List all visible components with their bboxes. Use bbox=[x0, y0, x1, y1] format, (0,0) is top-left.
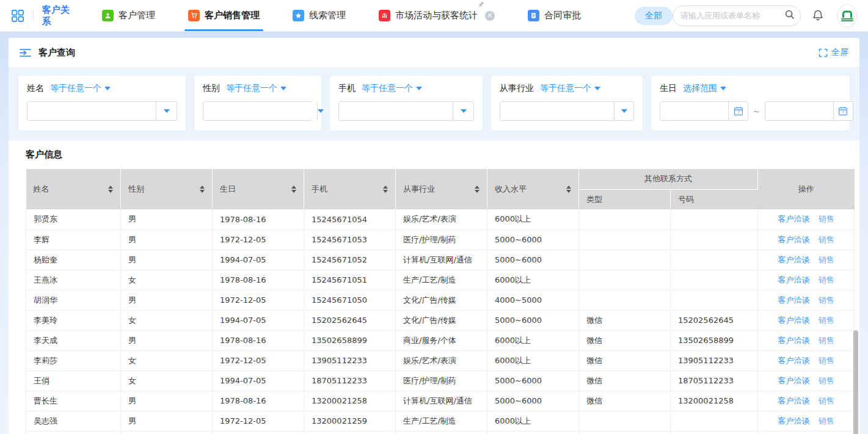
select-dropdown-button[interactable] bbox=[156, 102, 177, 120]
customer-negotiation-link[interactable]: 客户洽谈 bbox=[778, 295, 810, 305]
sales-link[interactable]: 销售 bbox=[819, 336, 834, 345]
sales-link[interactable]: 销售 bbox=[819, 295, 834, 305]
operator-dropdown[interactable]: 等于任意一个 bbox=[362, 83, 422, 94]
select-dropdown-button[interactable] bbox=[614, 102, 633, 120]
operator-dropdown[interactable]: 选择范围 bbox=[683, 83, 726, 94]
sales-link[interactable]: 销售 bbox=[819, 214, 834, 223]
table-row: 吴志强男1972-12-0513200021259生产/工艺/制造6000以上客… bbox=[26, 411, 855, 431]
vertical-scrollbar[interactable] bbox=[853, 330, 858, 434]
column-header-industry[interactable]: 从事行业 bbox=[396, 169, 487, 209]
leads-app-icon bbox=[293, 10, 304, 21]
cell-birthday: 1972-12-05 bbox=[213, 230, 304, 250]
workspace-name[interactable]: 客户关系 bbox=[42, 4, 73, 27]
column-header-contact-number: 号码 bbox=[671, 189, 758, 209]
customer-negotiation-link[interactable]: 客户洽谈 bbox=[778, 235, 810, 244]
gender-filter-input[interactable] bbox=[203, 102, 317, 120]
filter-label: 从事行业 bbox=[500, 83, 534, 94]
cell-phone: 15245671052 bbox=[304, 250, 396, 270]
tab-customer-sales-management[interactable]: 客户销售管理 bbox=[182, 0, 266, 31]
app-search[interactable] bbox=[673, 5, 801, 26]
sales-link[interactable]: 销售 bbox=[819, 235, 834, 244]
cell-income: 6000以上 bbox=[487, 330, 579, 350]
sales-link[interactable]: 销售 bbox=[819, 316, 834, 325]
notification-bell-icon[interactable] bbox=[812, 9, 824, 22]
select-dropdown-button[interactable] bbox=[453, 102, 473, 120]
main-panel: 客户查询 全屏 姓名 等于任意一个 性别 bbox=[9, 38, 859, 434]
close-icon[interactable]: ✕ bbox=[485, 11, 495, 21]
contract-app-icon bbox=[528, 10, 539, 21]
cell-industry: 文化/广告/传媒 bbox=[396, 431, 487, 434]
calendar-icon[interactable]: 7 bbox=[833, 102, 853, 120]
sales-link[interactable]: 销售 bbox=[819, 356, 834, 365]
cell-gender: 男 bbox=[121, 209, 213, 230]
cell-actions: 客户洽谈销售 bbox=[758, 290, 855, 310]
select-dropdown-button[interactable] bbox=[317, 102, 324, 120]
column-header-name[interactable]: 姓名 bbox=[26, 169, 121, 209]
gender-filter-select[interactable] bbox=[203, 101, 313, 121]
sort-icon[interactable] bbox=[566, 186, 571, 193]
cell-income: 6000以上 bbox=[487, 270, 579, 290]
calendar-icon[interactable]: 7 bbox=[728, 102, 748, 120]
filter-label: 姓名 bbox=[27, 83, 44, 94]
sales-link[interactable]: 销售 bbox=[819, 416, 834, 425]
operator-dropdown[interactable]: 等于任意一个 bbox=[226, 83, 286, 94]
cell-gender: 男 bbox=[121, 230, 213, 250]
cell-contact-type: 微信 bbox=[579, 350, 671, 371]
column-header-gender[interactable]: 性别 bbox=[121, 169, 213, 209]
cell-income: 6000以上 bbox=[487, 350, 579, 371]
customer-negotiation-link[interactable]: 客户洽谈 bbox=[778, 214, 810, 223]
user-avatar[interactable] bbox=[837, 4, 857, 27]
customer-negotiation-link[interactable]: 客户洽谈 bbox=[778, 396, 810, 405]
sort-icon[interactable] bbox=[475, 186, 480, 193]
customer-negotiation-link[interactable]: 客户洽谈 bbox=[778, 356, 810, 365]
tab-marketing-statistics[interactable]: 市场活动与获客统计 ✕ bbox=[373, 0, 501, 31]
search-input[interactable] bbox=[680, 11, 784, 20]
birthday-end-input[interactable] bbox=[765, 102, 833, 120]
customer-negotiation-link[interactable]: 客户洽谈 bbox=[778, 275, 810, 284]
pin-icon[interactable] bbox=[476, 1, 485, 12]
search-icon[interactable] bbox=[784, 9, 795, 22]
column-header-income[interactable]: 收入水平 bbox=[487, 169, 579, 209]
industry-filter-input[interactable] bbox=[500, 102, 614, 120]
cell-income: 5000~6000 bbox=[487, 310, 579, 330]
phone-filter-input[interactable] bbox=[339, 102, 453, 120]
sales-link[interactable]: 销售 bbox=[819, 255, 834, 264]
tab-customer-management[interactable]: 客户管理 bbox=[96, 0, 161, 31]
cell-income: 6000以上 bbox=[487, 411, 579, 431]
industry-filter-select[interactable] bbox=[500, 101, 634, 121]
customer-negotiation-link[interactable]: 客户洽谈 bbox=[778, 416, 810, 425]
birthday-end-date[interactable]: 7 bbox=[765, 101, 853, 121]
birthday-start-date[interactable]: 7 bbox=[660, 101, 748, 121]
tab-leads-management[interactable]: 线索管理 bbox=[286, 0, 352, 31]
name-filter-input[interactable] bbox=[27, 102, 156, 120]
cell-income: 5000~6000 bbox=[487, 250, 579, 270]
sales-link[interactable]: 销售 bbox=[819, 275, 834, 284]
customer-negotiation-link[interactable]: 客户洽谈 bbox=[778, 255, 810, 264]
birthday-start-input[interactable] bbox=[660, 102, 728, 120]
operator-dropdown[interactable]: 等于任意一个 bbox=[50, 83, 111, 94]
sort-icon[interactable] bbox=[108, 186, 113, 193]
phone-filter-select[interactable] bbox=[338, 101, 474, 121]
sales-link[interactable]: 销售 bbox=[819, 376, 834, 385]
column-header-phone[interactable]: 手机 bbox=[304, 169, 396, 209]
cell-contact-type: 微信 bbox=[579, 371, 671, 391]
sort-icon[interactable] bbox=[200, 186, 205, 193]
collapse-menu-icon[interactable] bbox=[20, 48, 31, 57]
app-grid-icon[interactable] bbox=[11, 9, 24, 23]
fullscreen-button[interactable]: 全屏 bbox=[819, 47, 848, 58]
cell-contact-type bbox=[579, 431, 671, 434]
operator-dropdown[interactable]: 等于任意一个 bbox=[540, 83, 600, 94]
all-apps-button[interactable]: 全部 bbox=[635, 7, 673, 25]
customer-negotiation-link[interactable]: 客户洽谈 bbox=[778, 336, 810, 345]
filter-label: 手机 bbox=[338, 83, 356, 94]
customer-negotiation-link[interactable]: 客户洽谈 bbox=[778, 376, 810, 385]
column-header-birthday[interactable]: 生日 bbox=[213, 169, 304, 209]
sort-icon[interactable] bbox=[383, 186, 388, 193]
sort-icon[interactable] bbox=[291, 186, 296, 193]
tab-contract-approval[interactable]: 合同审批 bbox=[522, 0, 587, 31]
customer-negotiation-link[interactable]: 客户洽谈 bbox=[778, 316, 810, 325]
sales-link[interactable]: 销售 bbox=[819, 396, 834, 405]
table-row: 李美玲女1994-07-0515202562645文化/广告/传媒5000~60… bbox=[26, 310, 855, 330]
name-filter-select[interactable] bbox=[27, 101, 177, 121]
tab-label: 合同审批 bbox=[544, 10, 581, 21]
